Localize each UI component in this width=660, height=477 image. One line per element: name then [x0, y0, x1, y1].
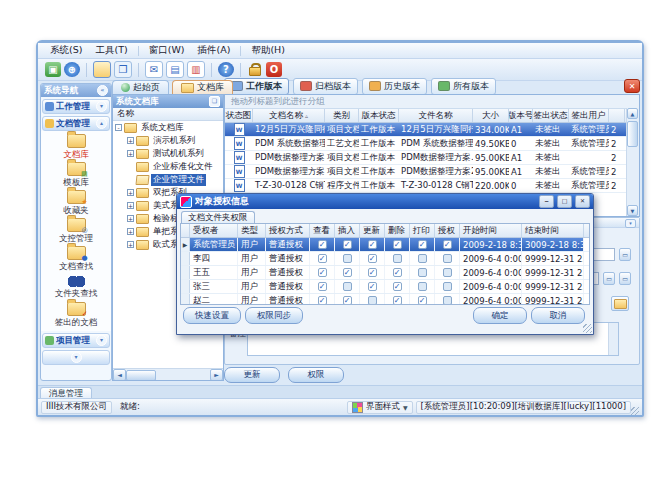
menu-item-tools[interactable]: 工具(T)	[89, 43, 133, 58]
checkbox-checked-icon[interactable]: ✓	[343, 240, 352, 249]
tree-expander-icon[interactable]: +	[127, 202, 134, 209]
remark-scrollbar[interactable]	[608, 323, 618, 355]
column-header-version-no[interactable]: 版本号	[509, 109, 533, 122]
tree-expander-icon[interactable]: +	[127, 189, 134, 196]
nav-more-button[interactable]: ▾	[71, 352, 82, 363]
group-by-bar[interactable]: 拖动列标题到此进行分组	[225, 95, 639, 109]
perm-column-perm-insert[interactable]: 插入	[335, 224, 360, 237]
permission-row[interactable]: 赵二用户普通授权✓✓✓✓2009-6-4 0:00:009999-12-31 2…	[181, 294, 589, 305]
window-panel-icon[interactable]: ❐	[114, 61, 132, 78]
tree-expander-icon[interactable]: +	[127, 215, 134, 222]
scroll-down-icon[interactable]: ▼	[627, 205, 638, 216]
lock-icon[interactable]	[247, 62, 263, 77]
dialog-minimize-icon[interactable]: ‒	[539, 195, 554, 208]
tree-expander-icon[interactable]: +	[127, 228, 134, 235]
field-2-ellipsis-icon[interactable]: ▭	[603, 272, 615, 285]
tab-archived[interactable]: 归档版本	[293, 78, 358, 95]
checkbox-unchecked-icon[interactable]	[418, 268, 427, 277]
checkbox-checked-icon[interactable]: ✓	[318, 254, 327, 263]
connect-icon[interactable]: ▣	[45, 62, 61, 77]
column-header-checkout-time[interactable]	[609, 109, 625, 122]
checkbox-checked-icon[interactable]: ✓	[343, 296, 352, 305]
table-row[interactable]: WT-Z-30-0128 C钢TO座程序文件工作版本T-Z-30-0128 C钢…	[225, 179, 639, 193]
column-header-category[interactable]: 类别	[325, 109, 359, 122]
open-folder-icon[interactable]	[93, 61, 111, 78]
tree-scroll-thumb[interactable]	[126, 370, 156, 381]
sidebar-item-folder-search[interactable]: 文件夹查找	[41, 273, 111, 301]
checkbox-unchecked-icon[interactable]	[343, 282, 352, 291]
sidebar-item-doc-search[interactable]: ●文档查找	[41, 245, 111, 273]
sidebar-section-project[interactable]: 项目管理▾	[42, 333, 110, 348]
tab-all[interactable]: 所有版本	[431, 78, 496, 95]
table-row[interactable]: WPDM 系统数据整理检...工艺文档工作版本PDM 系统数据整理...49.5…	[225, 137, 639, 151]
perm-column-start-time[interactable]: 开始时间	[460, 224, 522, 237]
permission-sync-button[interactable]: 权限同步	[245, 307, 303, 324]
sidebar-item-doc-library[interactable]: 文档库	[41, 133, 111, 161]
tree-expander-icon[interactable]: +	[127, 137, 134, 144]
tree-item[interactable]: +测试机机系列	[113, 147, 223, 160]
checkbox-checked-icon[interactable]: ✓	[368, 254, 377, 263]
field-2-clear-icon[interactable]: ▭	[619, 272, 631, 285]
sidebar-item-checked-out-docs[interactable]: ✓签出的文档	[41, 301, 111, 329]
menu-item-plugins[interactable]: 插件(A)	[191, 43, 236, 58]
perm-column-perm-update[interactable]: 更新	[360, 224, 385, 237]
menu-item-help[interactable]: 帮助(H)	[245, 43, 291, 58]
checkbox-unchecked-icon[interactable]	[443, 268, 452, 277]
resize-grip[interactable]	[631, 407, 639, 415]
sidebar-item-doc-control[interactable]: ◎文控管理	[41, 217, 111, 245]
checkbox-checked-icon[interactable]: ✓	[418, 240, 427, 249]
menu-item-window[interactable]: 窗口(W)	[143, 43, 191, 58]
dialog-close-icon[interactable]: ✕	[575, 195, 590, 208]
checkbox-unchecked-icon[interactable]	[343, 254, 352, 263]
ui-style-selector[interactable]: 界面样式 ▼	[347, 401, 413, 414]
checkbox-checked-icon[interactable]: ✓	[318, 282, 327, 291]
checkbox-unchecked-icon[interactable]	[393, 254, 402, 263]
tab-start-page[interactable]: 起始页	[112, 80, 169, 94]
tab-working[interactable]: 工作版本	[224, 78, 289, 95]
section-toggle-icon[interactable]: ▾	[96, 335, 107, 346]
perm-column-grantee[interactable]: 受权者	[190, 224, 238, 237]
checkbox-unchecked-icon[interactable]	[443, 282, 452, 291]
column-header-size[interactable]: 大小	[473, 109, 509, 122]
checkbox-checked-icon[interactable]: ✓	[368, 268, 377, 277]
perm-column-perm-view[interactable]: 查看	[310, 224, 335, 237]
dialog-maximize-icon[interactable]: □	[557, 195, 572, 208]
field-1-ellipsis-icon[interactable]: ▭	[619, 248, 631, 261]
checkbox-checked-icon[interactable]: ✓	[318, 268, 327, 277]
table-row[interactable]: WPDM数据整理方案.doc项目文档工作版本PDM数据整理方案.doc95.00…	[225, 151, 639, 165]
column-header-file-name[interactable]: 文件名称	[399, 109, 473, 122]
checkbox-unchecked-icon[interactable]	[443, 296, 452, 305]
tab-doc-library[interactable]: 文档库	[172, 80, 233, 94]
checkbox-unchecked-icon[interactable]	[418, 254, 427, 263]
perm-column-type[interactable]: 类型	[238, 224, 266, 237]
tree-expander-icon[interactable]: +	[127, 150, 134, 157]
globe-icon[interactable]: ⊕	[64, 62, 80, 77]
tree-item[interactable]: 企业管理文件	[113, 173, 223, 186]
section-toggle-icon[interactable]: ▴	[96, 118, 107, 129]
sidebar-item-favorites[interactable]: ★收藏夹	[41, 189, 111, 217]
new-document-icon[interactable]: ▤	[166, 61, 184, 78]
tree-item[interactable]: 企业标准化文件	[113, 160, 223, 173]
perm-column-perm-delete[interactable]: 删除	[385, 224, 410, 237]
permission-row[interactable]: ▶系统管理员用户普通授权✓✓✓✓✓✓2009-2-18 8:35:573009-…	[181, 238, 589, 252]
checkbox-unchecked-icon[interactable]	[443, 254, 452, 263]
tree-column-header[interactable]: 名称	[113, 108, 223, 121]
section-toggle-icon[interactable]: ▾	[96, 101, 107, 112]
checkbox-checked-icon[interactable]: ✓	[393, 282, 402, 291]
nav-collapse-button[interactable]: «	[97, 85, 108, 96]
permission-button[interactable]: 权限	[288, 367, 344, 383]
checkbox-checked-icon[interactable]: ✓	[318, 296, 327, 305]
update-button[interactable]: 更新	[224, 367, 280, 383]
close-icon[interactable]: ✕	[624, 79, 640, 93]
scroll-right-icon[interactable]: ►	[210, 369, 223, 381]
ok-button[interactable]: 确定	[473, 307, 527, 324]
mail-icon[interactable]: ✉	[145, 61, 163, 78]
tree-item[interactable]: -系统文档库	[113, 121, 223, 134]
help-icon[interactable]: ?	[218, 62, 234, 77]
tab-history[interactable]: 历史版本	[362, 78, 427, 95]
checkbox-checked-icon[interactable]: ✓	[418, 296, 427, 305]
column-header-status-icon[interactable]: 状态图	[225, 109, 253, 122]
perm-column-end-time[interactable]: 结束时间	[522, 224, 584, 237]
column-header-version-status[interactable]: 版本状态	[359, 109, 399, 122]
sidebar-item-template-library[interactable]: ▤模板库	[41, 161, 111, 189]
